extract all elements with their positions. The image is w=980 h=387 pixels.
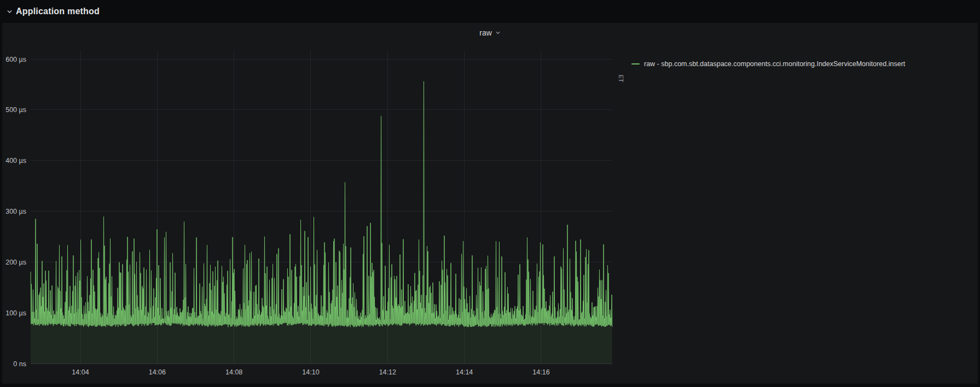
x-axis-tick-label: 14:10 <box>302 368 319 376</box>
legend-series-label: raw - sbp.com.sbt.dataspace.components.c… <box>644 60 905 68</box>
y-axis-tick-label: 200 µs <box>5 259 26 266</box>
timeseries-plot[interactable]: 600 µs500 µs400 µs300 µs200 µs100 µs0 ns… <box>2 23 626 381</box>
x-axis-tick-label: 14:04 <box>72 368 89 376</box>
x-axis-tick-label: 14:08 <box>225 368 242 376</box>
y-axis-tick-label: 300 µs <box>5 208 26 215</box>
y-axis-tick-label: 400 µs <box>5 157 26 165</box>
x-axis-tick-label: 14:16 <box>532 368 549 376</box>
right-axis-label: ET <box>618 74 624 82</box>
y-axis-tick-label: 0 ns <box>13 360 26 368</box>
chevron-down-icon <box>5 7 14 16</box>
x-axis-tick-label: 14:12 <box>379 368 396 376</box>
x-axis-tick-label: 14:06 <box>149 368 166 376</box>
y-axis-tick-label: 100 µs <box>5 309 26 317</box>
series-line <box>31 81 612 327</box>
y-axis-tick-label: 500 µs <box>5 106 26 114</box>
legend-item[interactable]: raw - sbp.com.sbt.dataspace.components.c… <box>631 60 973 68</box>
x-axis-tick-label: 14:14 <box>456 368 473 376</box>
timeseries-panel: raw 600 µs500 µs400 µs300 µs200 µs100 µs… <box>2 23 978 384</box>
series-color-marker <box>631 63 640 64</box>
dashboard-row-header[interactable]: Application method <box>0 0 980 23</box>
y-axis-tick-label: 600 µs <box>5 56 26 63</box>
row-title: Application method <box>16 7 100 16</box>
